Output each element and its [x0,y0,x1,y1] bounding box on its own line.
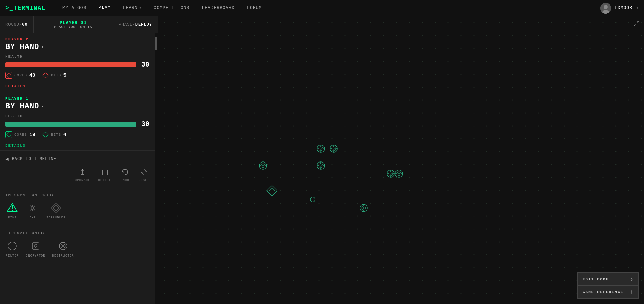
nav-item-competitions[interactable]: COMPETITIONS [148,0,196,16]
game-reference-label: GAME REFERENCE [583,290,623,294]
delete-btn[interactable]: DELETE [98,167,111,182]
player1-cores-label: CORES [14,133,27,137]
player2-cores-icon [5,72,12,79]
back-timeline-label: BACK TO TIMELINE [12,157,56,162]
game-grid-svg [158,16,644,304]
svg-rect-35 [158,16,644,304]
player2-details-link[interactable]: DETAILS [0,83,155,90]
player2-block: PLAYER 2 BY HAND ▾ HEALTH 30 [0,33,155,83]
bottom-controls: ◀ BACK TO TIMELINE UPGRADE [0,152,155,186]
place-units-label: PLACE YOUR UNITS [54,25,92,29]
round-label: ROUND/ [5,22,22,27]
round-value: 00 [22,22,27,27]
svg-point-28 [61,244,65,248]
divider-1 [0,91,155,91]
nav-items: MY ALGOS PLAY LEARN ▾ COMPETITIONS LEADE… [56,0,268,16]
ping-icon [5,201,19,215]
main-layout: ROUND/ 00 PLAYER 01 PLACE YOUR UNITS PHA… [0,16,644,304]
player1-tag: PLAYER 1 [5,97,149,101]
edit-code-label: EDIT CODE [583,277,609,281]
game-reference-btn[interactable]: GAME REFERENCE ❯ [577,285,639,299]
nav-item-forum[interactable]: FORUM [241,0,268,16]
player2-health-bar-bg [5,62,136,67]
player1-name-row: BY HAND ▾ [5,102,149,111]
undo-btn[interactable]: UNDO [119,167,130,182]
player2-tag: PLAYER 2 [5,37,149,41]
nav-item-play[interactable]: PLAY [92,0,116,16]
user-menu-chevron[interactable]: ▾ [637,6,639,10]
undo-label: UNDO [121,179,129,182]
player1-name: BY HAND [5,102,39,111]
action-buttons: UPGRADE [5,167,149,182]
game-reference-arrow: ❯ [630,289,633,295]
svg-rect-22 [53,205,59,211]
player1-name-chevron[interactable]: ▾ [41,104,43,109]
info-units-section: INFORMATION UNITS PING [0,189,155,224]
site-logo[interactable]: >_TERMINAL [5,5,45,12]
svg-line-19 [30,209,32,210]
side-scroll-area[interactable]: PLAYER 2 BY HAND ▾ HEALTH 30 [0,33,155,304]
back-timeline-btn[interactable]: ◀ BACK TO TIMELINE [5,156,149,163]
svg-point-23 [8,242,16,250]
player2-health-label: HEALTH [5,55,149,59]
firewall-units-row: FILTER ENCRYPTOR [5,239,149,258]
expand-board-icon[interactable] [633,20,640,29]
username[interactable]: TDMOOR [614,5,632,11]
destructor-unit[interactable]: DESTRUCTOR [52,239,74,258]
player2-bits-diamond [43,73,49,78]
svg-line-18 [34,206,35,207]
nav-right: TDMOOR ▾ [600,3,639,14]
delete-icon [99,167,110,177]
upgrade-btn[interactable]: UPGRADE [75,167,90,182]
player1-details-link[interactable]: DETAILS [0,142,155,149]
game-board[interactable]: EDIT CODE ❯ GAME REFERENCE ❯ [158,16,644,304]
player1-health-bar-bg [5,122,136,127]
nav-item-learn[interactable]: LEARN ▾ [117,0,148,16]
current-player-label: PLAYER 01 [60,20,87,25]
scrambler-unit[interactable]: SCRAMBLER [46,201,66,220]
emp-label: EMP [29,216,36,220]
divider-2 [0,150,155,151]
emp-unit[interactable]: EMP [26,201,39,220]
player2-bits-val: 5 [63,73,66,78]
encryptor-label: ENCRYPTOR [26,254,45,258]
ping-unit[interactable]: PING [5,201,19,220]
player1-block: PLAYER 1 BY HAND ▾ HEALTH 30 [0,93,155,142]
svg-line-17 [34,209,35,210]
player2-cores-val: 40 [29,73,35,78]
nav-item-my-algos[interactable]: MY ALGOS [56,0,92,16]
player2-name: BY HAND [5,43,39,51]
firewall-units-section: FIREWALL UNITS FILTER [0,227,155,262]
scrambler-label: SCRAMBLER [46,216,66,220]
filter-unit[interactable]: FILTER [5,239,19,258]
player2-health-bar-row: 30 [5,61,149,69]
scrambler-icon [49,201,63,215]
player2-name-row: BY HAND ▾ [5,43,149,51]
destructor-label: DESTRUCTOR [52,254,74,258]
nav-item-leaderboard[interactable]: LEADERBOARD [196,0,241,16]
navbar: >_TERMINAL MY ALGOS PLAY LEARN ▾ COMPETI… [0,0,644,16]
player-section: PLAYER 01 PLACE YOUR UNITS [33,16,113,33]
upgrade-label: UPGRADE [75,179,90,182]
player2-bits-item: BITS 5 [42,72,66,79]
svg-point-20 [32,207,34,209]
player1-cores-icon [5,131,12,138]
svg-point-11 [12,210,13,211]
player1-health-val: 30 [140,120,149,128]
player2-health-bar-fill [5,62,136,67]
edit-code-btn[interactable]: EDIT CODE ❯ [577,272,639,285]
back-arrow-icon: ◀ [5,156,9,163]
player2-name-chevron[interactable]: ▾ [41,44,43,50]
reset-icon [139,167,149,177]
player1-bits-diamond [43,132,49,138]
svg-rect-4 [102,170,108,175]
reset-btn[interactable]: RESET [139,167,149,182]
player2-bits-label: BITS [51,73,61,77]
encryptor-unit[interactable]: ENCRYPTOR [26,239,45,258]
player1-health-bar-fill [5,122,136,127]
player1-resources: CORES 19 BITS 4 [5,131,149,138]
reset-label: RESET [139,179,149,182]
undo-icon [119,167,130,177]
player2-health-val: 30 [140,61,149,69]
encryptor-icon [29,239,42,253]
